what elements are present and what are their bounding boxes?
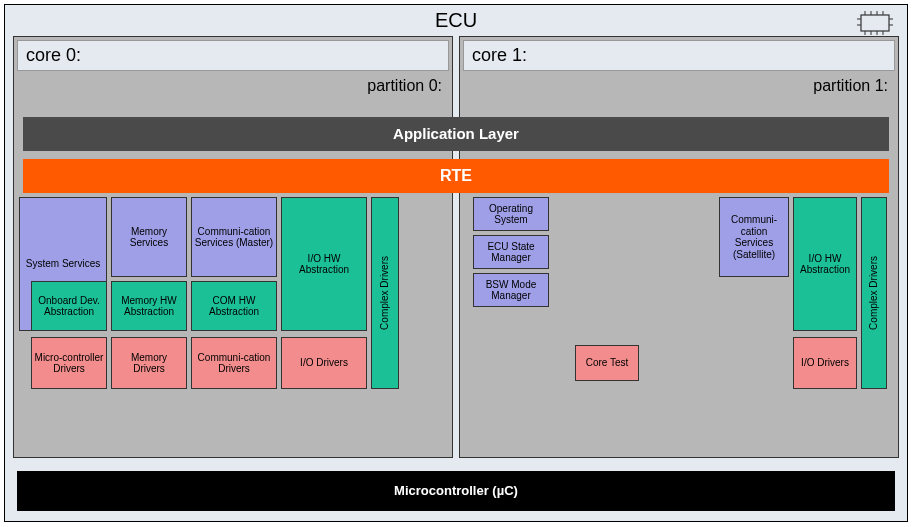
core-1-title: core 1: (463, 40, 895, 71)
bsw-mode-manager: BSW Mode Manager (473, 273, 549, 307)
partition-0-label: partition 0: (14, 74, 452, 101)
application-layer: Application Layer (23, 117, 889, 151)
io-drivers-1: I/O Drivers (793, 337, 857, 389)
core-0-title: core 0: (17, 40, 449, 71)
io-hw-abstraction-0: I/O HW Abstraction (281, 197, 367, 331)
operating-system: Operating System (473, 197, 549, 231)
microcontroller-layer: Microcontroller (µC) (17, 471, 895, 511)
memory-services: Memory Services (111, 197, 187, 277)
core-0-blocks: System Services Memory Services Communi-… (19, 197, 447, 452)
com-hw-abstraction: COM HW Abstraction (191, 281, 277, 331)
memory-hw-abstraction: Memory HW Abstraction (111, 281, 187, 331)
svg-rect-0 (861, 15, 889, 31)
memory-drivers: Memory Drivers (111, 337, 187, 389)
io-drivers-0: I/O Drivers (281, 337, 367, 389)
complex-drivers-1: Complex Drivers (861, 197, 887, 389)
core-test: Core Test (575, 345, 639, 381)
ecu-container: ECU core 0: partition 0: System Services… (4, 4, 908, 522)
ecu-title: ECU (5, 5, 907, 36)
partition-1-label: partition 1: (460, 74, 898, 101)
rte-layer: RTE (23, 159, 889, 193)
comm-services-satellite: Communi-cation Services (Satellite) (719, 197, 789, 277)
core-1: core 1: partition 1: Operating System EC… (459, 36, 899, 458)
chip-icon (855, 11, 895, 35)
core-1-blocks: Operating System ECU State Manager BSW M… (465, 197, 893, 452)
ecu-state-manager: ECU State Manager (473, 235, 549, 269)
microcontroller-drivers: Micro-controller Drivers (31, 337, 107, 389)
complex-drivers-0: Complex Drivers (371, 197, 399, 389)
comm-services-master: Communi-cation Services (Master) (191, 197, 277, 277)
core-0: core 0: partition 0: System Services Mem… (13, 36, 453, 458)
onboard-dev-abstraction: Onboard Dev. Abstraction (31, 281, 107, 331)
communication-drivers: Communi-cation Drivers (191, 337, 277, 389)
io-hw-abstraction-1: I/O HW Abstraction (793, 197, 857, 331)
